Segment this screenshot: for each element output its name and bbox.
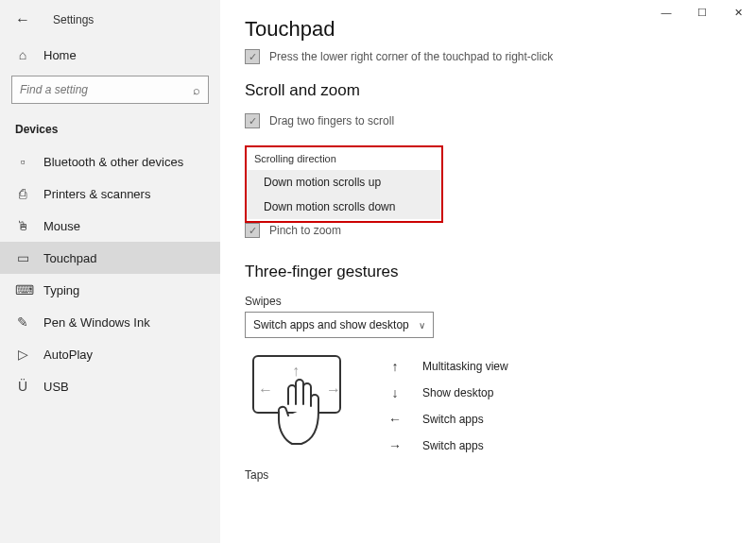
chevron-down-icon: ∨ <box>419 320 425 331</box>
settings-sidebar: ← Settings ⌂ Home ⌕ Devices ▫ Bluetooth … <box>0 0 220 543</box>
category-header: Devices <box>0 117 220 145</box>
window-title: Settings <box>53 13 94 26</box>
search-input[interactable] <box>20 83 164 96</box>
pinch-label: Pinch to zoom <box>269 224 341 237</box>
maximize-button[interactable]: ☐ <box>684 2 720 23</box>
gesture-label: Switch apps <box>422 413 484 426</box>
gesture-row: ↑ Multitasking view <box>388 359 508 374</box>
home-label: Home <box>43 48 77 62</box>
touchpad-illustration: ↑ ← → <box>245 355 349 459</box>
press-corner-row: ✓ Press the lower right corner of the to… <box>245 49 731 64</box>
pen-icon: ✎ <box>15 314 30 330</box>
scroll-option-down[interactable]: Down motion scrolls down <box>247 195 441 219</box>
gesture-label: Switch apps <box>422 439 484 452</box>
search-box[interactable]: ⌕ <box>11 76 209 104</box>
sidebar-item-label: USB <box>43 380 69 394</box>
arrow-left-icon: ← <box>258 382 273 399</box>
sidebar-item-usb[interactable]: Ü USB <box>0 370 220 402</box>
taps-label: Taps <box>245 468 731 482</box>
arrow-left-icon: ← <box>388 412 402 427</box>
sidebar-item-label: Bluetooth & other devices <box>43 155 183 169</box>
press-corner-label: Press the lower right corner of the touc… <box>269 50 553 63</box>
usb-icon: Ü <box>15 379 30 394</box>
hand-icon <box>273 372 330 457</box>
back-icon[interactable]: ← <box>15 11 30 28</box>
drag-two-row: ✓ Drag two fingers to scroll <box>245 113 731 128</box>
gesture-list: ↑ Multitasking view ↓ Show desktop ← Swi… <box>388 355 508 459</box>
sidebar-item-label: AutoPlay <box>43 348 93 362</box>
scroll-option-up[interactable]: Down motion scrolls up <box>247 170 441 195</box>
gesture-row: → Switch apps <box>388 438 508 453</box>
gesture-label: Show desktop <box>422 386 493 399</box>
gesture-label: Multitasking view <box>422 360 508 373</box>
dropdown-label: Scrolling direction <box>247 149 441 170</box>
swipes-label: Swipes <box>245 295 731 308</box>
drag-two-checkbox[interactable]: ✓ <box>245 113 260 128</box>
sidebar-item-label: Touchpad <box>43 251 96 265</box>
arrow-up-icon: ↑ <box>388 359 402 374</box>
bluetooth-icon: ▫ <box>15 154 30 169</box>
swipes-combo[interactable]: Switch apps and show desktop ∨ <box>245 312 434 338</box>
sidebar-item-label: Typing <box>43 283 79 297</box>
search-icon: ⌕ <box>193 83 200 97</box>
sidebar-item-printers[interactable]: ⎙ Printers & scanners <box>0 178 220 210</box>
gesture-row: ↓ Show desktop <box>388 385 508 400</box>
pinch-row: ✓ Pinch to zoom <box>245 223 731 238</box>
pinch-checkbox[interactable]: ✓ <box>245 223 260 238</box>
close-button[interactable]: ✕ <box>720 2 756 23</box>
sidebar-item-label: Pen & Windows Ink <box>43 315 150 330</box>
keyboard-icon: ⌨ <box>15 282 30 297</box>
scroll-zoom-header: Scroll and zoom <box>245 81 731 100</box>
home-nav[interactable]: ⌂ Home <box>0 40 220 70</box>
touchpad-icon: ▭ <box>15 250 30 265</box>
sidebar-item-bluetooth[interactable]: ▫ Bluetooth & other devices <box>0 145 220 178</box>
mouse-icon: 🖱 <box>15 218 30 233</box>
sidebar-item-mouse[interactable]: 🖱 Mouse <box>0 210 220 242</box>
window-controls: — ☐ ✕ <box>648 2 756 23</box>
sidebar-item-typing[interactable]: ⌨ Typing <box>0 274 220 306</box>
minimize-button[interactable]: — <box>648 2 684 23</box>
press-corner-checkbox[interactable]: ✓ <box>245 49 260 64</box>
sidebar-item-pen[interactable]: ✎ Pen & Windows Ink <box>0 306 220 338</box>
arrow-right-icon: → <box>388 438 402 453</box>
autoplay-icon: ▷ <box>15 347 30 362</box>
swipes-value: Switch apps and show desktop <box>253 318 409 331</box>
sidebar-item-label: Printers & scanners <box>43 187 150 201</box>
main-panel: — ☐ ✕ Touchpad ✓ Press the lower right c… <box>220 0 756 543</box>
titlebar: ← Settings <box>0 8 220 40</box>
gesture-row: ← Switch apps <box>388 412 508 427</box>
drag-two-label: Drag two fingers to scroll <box>269 114 394 127</box>
printer-icon: ⎙ <box>15 186 30 201</box>
sidebar-item-touchpad[interactable]: ▭ Touchpad <box>0 242 220 274</box>
gesture-area: ↑ ← → ↑ Multitasking view ↓ Show desktop <box>245 355 731 459</box>
home-icon: ⌂ <box>15 47 30 62</box>
sidebar-item-label: Mouse <box>43 219 80 233</box>
scrolling-direction-dropdown[interactable]: Scrolling direction Down motion scrolls … <box>245 145 443 223</box>
three-finger-header: Three-finger gestures <box>245 263 731 281</box>
sidebar-item-autoplay[interactable]: ▷ AutoPlay <box>0 338 220 370</box>
arrow-down-icon: ↓ <box>388 385 402 400</box>
